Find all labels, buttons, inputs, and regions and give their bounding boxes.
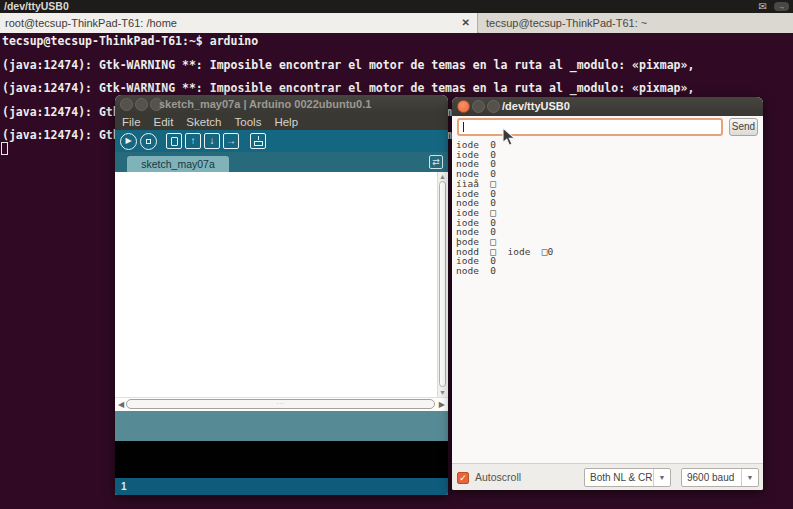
save-button[interactable]: ↓ — [204, 133, 220, 149]
line-ending-value: Both NL & CR — [590, 469, 652, 486]
scroll-right-icon[interactable]: ▶ — [439, 400, 445, 410]
window-title: sketch_may07a | Arduino 0022ubuntu0.1 — [159, 95, 371, 114]
verify-button[interactable]: ▶ — [120, 133, 137, 150]
horizontal-scrollbar-thumb[interactable]: ··· — [126, 399, 435, 409]
serial-monitor-button[interactable] — [250, 133, 266, 149]
line-number: 1 — [121, 478, 127, 495]
terminal-tab-label: root@tecsup-ThinkPad-T61: /home — [5, 13, 177, 33]
terminal-tab-bar: root@tecsup-ThinkPad-T61: /home ✕ tecsup… — [0, 13, 793, 33]
desktop-panel: /dev/ttyUSB0 ✉ → — [0, 0, 793, 13]
text-caret — [463, 122, 464, 132]
terminal-tab-tecsup[interactable]: tecsup@tecsup-ThinkPad-T61: ~ — [479, 13, 793, 33]
close-icon[interactable]: ✕ — [462, 13, 470, 33]
send-button[interactable]: Send — [729, 118, 758, 136]
menu-help[interactable]: Help — [274, 116, 298, 128]
play-icon: ▶ — [125, 137, 131, 145]
panel-indicators: ✉ → — [759, 0, 789, 13]
serial-send-input[interactable] — [457, 118, 723, 136]
arrow-up-icon: ↑ — [191, 136, 196, 146]
serial-bottom-bar: ✓ Autoscroll Both NL & CR ▼ 9600 baud ▼ — [452, 463, 763, 490]
stop-icon — [146, 139, 151, 144]
sketch-tab[interactable]: sketch_may07a — [127, 156, 229, 172]
close-button[interactable] — [457, 100, 470, 113]
minimize-button[interactable] — [472, 100, 485, 113]
menu-file[interactable]: File — [122, 116, 141, 128]
arduino-tab-row: sketch_may07a ⇄ — [115, 152, 448, 172]
mail-icon[interactable]: ✉ — [759, 0, 767, 13]
status-bar — [115, 411, 448, 441]
autoscroll-label: Autoscroll — [475, 464, 521, 490]
arduino-ide-window: sketch_may07a | Arduino 0022ubuntu0.1 Fi… — [115, 95, 448, 495]
baud-rate-dropdown[interactable]: 9600 baud ▼ — [681, 468, 759, 487]
serial-titlebar[interactable]: /dev/ttyUSB0 — [452, 97, 763, 116]
menu-sketch[interactable]: Sketch — [186, 116, 221, 128]
vertical-scrollbar-thumb[interactable] — [439, 181, 446, 387]
arduino-toolbar: ▶ ↑ ↓ → — [115, 130, 448, 152]
new-file-icon — [171, 137, 178, 146]
open-button[interactable]: ↑ — [185, 133, 201, 149]
arduino-titlebar[interactable]: sketch_may07a | Arduino 0022ubuntu0.1 — [115, 95, 448, 114]
vertical-scrollbar[interactable]: ▲ ▼ — [437, 172, 447, 397]
chevron-down-icon[interactable]: ▼ — [741, 469, 758, 486]
menu-edit[interactable]: Edit — [154, 116, 174, 128]
close-button[interactable] — [120, 98, 133, 111]
mouse-cursor — [502, 127, 517, 148]
new-sketch-button[interactable] — [166, 133, 182, 149]
arduino-menubar: File Edit Sketch Tools Help — [115, 114, 448, 130]
scroll-left-icon[interactable]: ◀ — [118, 400, 124, 410]
serial-monitor-window: /dev/ttyUSB0 Send iode 0 iode 0 node 0 n… — [452, 97, 763, 490]
terminal-tab-root[interactable]: root@tecsup-ThinkPad-T61: /home ✕ — [0, 13, 478, 33]
stop-button[interactable] — [140, 133, 157, 150]
session-icon[interactable]: → — [774, 2, 789, 11]
horizontal-scrollbar[interactable]: ◀ ··· ▶ — [115, 397, 448, 411]
autoscroll-checkbox[interactable]: ✓ — [457, 472, 469, 484]
code-editor[interactable]: ▲ ▼ — [115, 172, 448, 397]
arrow-right-icon: → — [226, 136, 236, 146]
serial-output: iode 0 iode 0 node 0 node 0 íìaå □ iode … — [456, 140, 553, 276]
chevron-down-icon[interactable]: ▼ — [653, 469, 670, 486]
menu-tools[interactable]: Tools — [235, 116, 262, 128]
scroll-up-icon[interactable]: ▲ — [438, 172, 447, 181]
tab-menu-icon[interactable]: ⇄ — [429, 155, 443, 169]
minimize-button[interactable] — [135, 98, 148, 111]
window-title: /dev/ttyUSB0 — [502, 97, 570, 116]
baud-rate-value: 9600 baud — [687, 469, 734, 486]
terminal-tab-label: tecsup@tecsup-ThinkPad-T61: ~ — [486, 13, 647, 33]
scroll-down-icon[interactable]: ▼ — [438, 388, 447, 397]
terminal-cursor — [1, 142, 8, 155]
line-number-bar: 1 — [115, 478, 448, 495]
serial-monitor-icon — [254, 136, 263, 146]
upload-button[interactable]: → — [223, 133, 239, 149]
line-ending-dropdown[interactable]: Both NL & CR ▼ — [584, 468, 671, 487]
panel-window-title: /dev/ttyUSB0 — [4, 0, 69, 13]
console-output — [115, 441, 448, 478]
arrow-down-icon: ↓ — [210, 136, 215, 146]
maximize-button[interactable] — [487, 100, 500, 113]
